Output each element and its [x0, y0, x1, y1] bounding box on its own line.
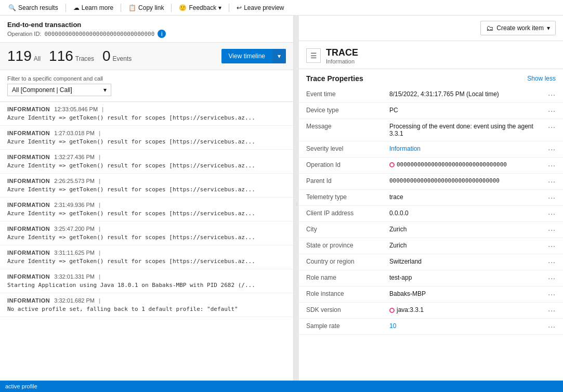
prop-name: Country or region [299, 254, 382, 270]
prop-more-icon[interactable]: ··· [548, 322, 556, 331]
show-less-button[interactable]: Show less [527, 75, 556, 82]
search-results-button[interactable]: 🔍 Search results [4, 3, 62, 12]
leave-preview-icon: ↩ [237, 4, 242, 11]
trace-time: 3:32:01.331 PM [54, 273, 95, 280]
trace-item[interactable]: INFORMATION 3:32:01.331 PM | Starting Ap… [0, 269, 293, 293]
trace-time: 2:31:49.936 PM [54, 202, 95, 208]
prop-more-icon[interactable]: ··· [548, 306, 556, 315]
trace-type-label: TRACE [326, 47, 358, 58]
trace-type-sub: Information [326, 58, 358, 64]
trace-time: 1:27:03.018 PM [54, 130, 95, 136]
prop-value: 00000000000000000000000000000000 [382, 174, 541, 190]
prop-value: trace [382, 190, 541, 206]
traces-count: 116 [49, 48, 73, 64]
trace-item[interactable]: INFORMATION 3:31:11.625 PM | Azure Ident… [0, 245, 293, 269]
trace-message: Azure Identity => getToken() result for … [7, 234, 286, 241]
create-work-item-label: Create work item [496, 24, 544, 32]
trace-type-icon: ☰ [306, 48, 321, 63]
component-filter-select[interactable]: All [Component | Call] ▾ [7, 84, 111, 96]
prop-more-icon[interactable]: ··· [548, 107, 556, 115]
events-label: Events [113, 55, 132, 62]
trace-item[interactable]: INFORMATION 1:27:03.018 PM | Azure Ident… [0, 126, 293, 150]
filter-chevron-icon: ▾ [103, 86, 107, 94]
trace-item[interactable]: INFORMATION 2:31:49.936 PM | Azure Ident… [0, 198, 293, 221]
right-header: 🗂 Create work item ▾ [299, 16, 563, 41]
view-timeline-button[interactable]: View timeline ▾ [221, 49, 286, 63]
trace-level: INFORMATION [7, 106, 50, 112]
separator-3 [171, 4, 172, 12]
panel-divider[interactable]: ⋮ [294, 16, 299, 392]
create-work-item-button[interactable]: 🗂 Create work item ▾ [480, 21, 556, 35]
trace-item[interactable]: INFORMATION 1:32:27.436 PM | Azure Ident… [0, 150, 293, 174]
total-count: 119 [7, 48, 32, 64]
search-results-label: Search results [18, 4, 58, 11]
trace-level: INFORMATION [7, 130, 50, 136]
trace-separator: | [99, 130, 100, 136]
events-stat: 0 Events [102, 48, 132, 64]
property-row: Parent Id 000000000000000000000000000000… [299, 174, 563, 190]
prop-actions: ··· [541, 158, 563, 174]
status-bar: active profile [0, 381, 563, 392]
prop-more-icon[interactable]: ··· [548, 193, 556, 202]
prop-value: Zurich [382, 222, 541, 238]
feedback-chevron-icon: ▾ [218, 4, 221, 11]
prop-actions: ··· [541, 254, 563, 270]
prop-more-icon[interactable]: ··· [548, 290, 556, 298]
prop-name: Device type [299, 103, 382, 119]
prop-actions: ··· [541, 206, 563, 222]
prop-value: java:3.3.1 [382, 303, 541, 319]
prop-name: Role instance [299, 286, 382, 303]
copy-link-button[interactable]: 📋 Copy link [124, 3, 168, 12]
prop-more-icon[interactable]: ··· [548, 226, 556, 234]
trace-item[interactable]: INFORMATION 3:25:47.200 PM | Azure Ident… [0, 221, 293, 245]
trace-level: INFORMATION [7, 178, 50, 184]
trace-item[interactable]: INFORMATION 2:26:25.573 PM | Azure Ident… [0, 174, 293, 198]
prop-actions: ··· [541, 141, 563, 158]
prop-more-icon[interactable]: ··· [548, 161, 556, 169]
learn-more-button[interactable]: ☁ Learn more [69, 3, 117, 12]
property-row: Severity level Information ··· [299, 141, 563, 158]
property-row: Event time 8/15/2022, 4:31:17.765 PM (Lo… [299, 87, 563, 103]
filter-label: Filter to a specific component and call [7, 75, 286, 82]
info-icon[interactable]: i [158, 30, 166, 38]
trace-time: 1:32:27.436 PM [54, 154, 95, 160]
feedback-button[interactable]: 🙂 Feedback ▾ [175, 3, 226, 12]
traces-label: Traces [75, 55, 94, 62]
leave-preview-button[interactable]: ↩ Leave preview [232, 3, 288, 12]
prop-name: Message [299, 119, 382, 141]
trace-item[interactable]: INFORMATION 12:33:05.846 PM | Azure Iden… [0, 102, 293, 126]
properties-section: Trace Properties Show less Event time 8/… [299, 69, 563, 392]
trace-level: INFORMATION [7, 250, 50, 256]
prop-more-icon[interactable]: ··· [548, 90, 556, 99]
prop-more-icon[interactable]: ··· [548, 258, 556, 266]
prop-more-icon[interactable]: ··· [548, 145, 556, 153]
prop-more-icon[interactable]: ··· [548, 242, 556, 250]
total-label: All [34, 55, 41, 62]
prop-more-icon[interactable]: ··· [548, 177, 556, 186]
prop-actions: ··· [541, 270, 563, 286]
trace-message: Azure Identity => getToken() result for … [7, 210, 286, 217]
trace-separator: | [99, 178, 100, 184]
prop-actions: ··· [541, 222, 563, 238]
prop-more-icon[interactable]: ··· [548, 274, 556, 282]
prop-more-icon[interactable]: ··· [548, 123, 556, 131]
trace-icon-glyph: ☰ [310, 51, 317, 60]
properties-header: Trace Properties Show less [299, 69, 563, 87]
trace-item[interactable]: INFORMATION 3:32:01.682 PM | No active p… [0, 293, 293, 317]
feedback-icon: 🙂 [179, 4, 187, 11]
prop-value: Switzerland [382, 254, 541, 270]
prop-more-icon[interactable]: ··· [548, 210, 556, 218]
prop-actions: ··· [541, 238, 563, 254]
prop-name: Operation Id [299, 158, 382, 174]
view-timeline-label: View timeline [221, 49, 272, 63]
trace-info-section: ☰ TRACE Information [299, 41, 563, 69]
prop-actions: ··· [541, 190, 563, 206]
prop-actions: ··· [541, 286, 563, 303]
property-row: Sample rate 10 ··· [299, 319, 563, 335]
transaction-header: End-to-end transaction Operation ID: 000… [0, 16, 293, 43]
trace-time: 3:32:01.682 PM [54, 297, 95, 304]
events-count: 0 [102, 48, 111, 64]
main-container: End-to-end transaction Operation ID: 000… [0, 16, 563, 392]
copy-label: Copy link [138, 4, 164, 11]
prop-name: Event time [299, 87, 382, 103]
